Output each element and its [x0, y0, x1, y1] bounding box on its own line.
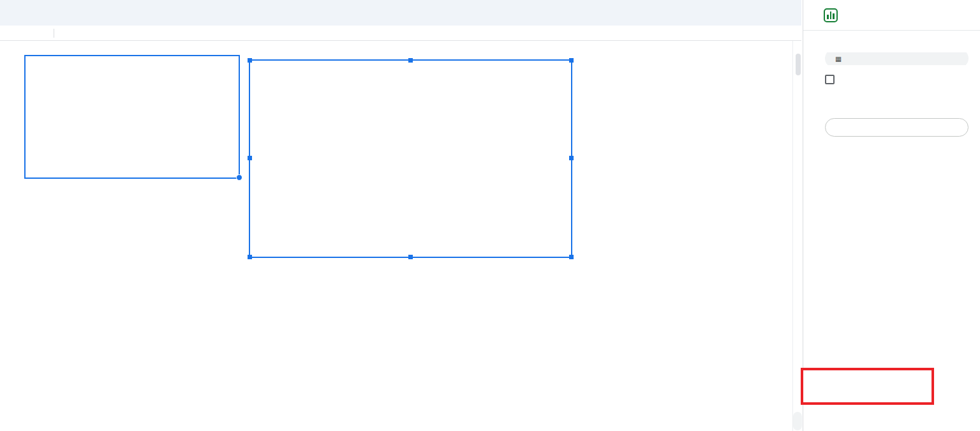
chart-resize-handle[interactable]: [569, 58, 574, 63]
scrollbar-thumb[interactable]: [796, 54, 801, 75]
add-series-button[interactable]: [825, 118, 969, 137]
formula-bar: [0, 26, 801, 41]
scrollbar-buttons: [793, 412, 802, 430]
chart-resize-handle[interactable]: [248, 58, 252, 63]
x-axis-field-clipped[interactable]: ▦: [825, 52, 969, 65]
chart-resize-handle[interactable]: [408, 255, 413, 259]
divider: [54, 29, 54, 38]
chart-editor-panel: ▦: [803, 0, 980, 431]
chart-resize-handle[interactable]: [569, 255, 574, 259]
chart-resize-handle[interactable]: [408, 58, 413, 63]
vertical-scrollbar[interactable]: [792, 41, 803, 431]
chart-editor-icon: [824, 8, 838, 22]
main-toolbar: [0, 0, 801, 26]
aggregate-row[interactable]: [825, 73, 969, 85]
panel-header: [803, 0, 980, 31]
embedded-chart[interactable]: [249, 59, 572, 258]
panel-tabs: [803, 31, 980, 52]
fill-handle[interactable]: [236, 174, 242, 181]
chart-resize-handle[interactable]: [569, 156, 574, 160]
google-sheets-app: ▦: [0, 0, 980, 431]
chart-plot: [250, 61, 571, 257]
x-axis-icon: ▦: [835, 55, 852, 63]
chart-resize-handle[interactable]: [248, 255, 252, 259]
series-section-label: [825, 102, 969, 112]
chart-resize-handle[interactable]: [248, 156, 252, 160]
aggregate-checkbox[interactable]: [825, 75, 835, 84]
